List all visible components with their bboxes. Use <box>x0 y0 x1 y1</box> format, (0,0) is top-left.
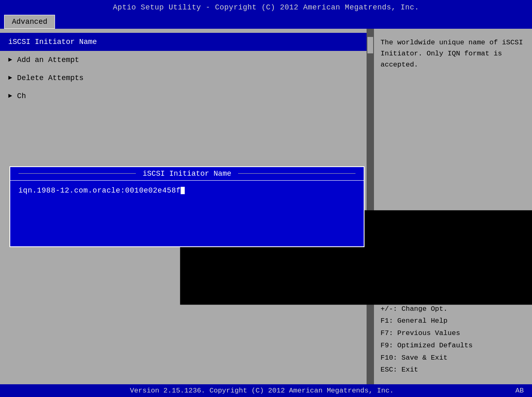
modal-title-text: iSCSI Initiator Name <box>136 170 238 178</box>
modal-title-line-left <box>18 173 136 174</box>
key-help-line-3: F7: Previous Values <box>381 327 525 340</box>
main-area: iSCSI Initiator Name ► Add an Attempt ► … <box>0 29 532 384</box>
modal-input-area[interactable]: iqn.1988-12.com.oracle:0010e02e458f <box>10 181 364 246</box>
status-bar: Version 2.15.1236. Copyright (C) 2012 Am… <box>0 384 532 397</box>
title-bar: Aptio Setup Utility - Copyright (C) 2012… <box>0 0 532 15</box>
modal-title-bar: iSCSI Initiator Name <box>10 167 364 181</box>
modal-input-value: iqn.1988-12.com.oracle:0010e02e458f <box>18 186 181 195</box>
key-help: +/-: Change Opt. F1: General Help F7: Pr… <box>381 303 525 376</box>
key-help-line-4: F9: Optimized Defaults <box>381 340 525 352</box>
key-help-line-5: F10: Save & Exit <box>381 352 525 364</box>
version-text: Version 2.15.1236. Copyright (C) 2012 Am… <box>8 387 516 395</box>
tab-row: Advanced <box>0 15 532 29</box>
modal-dialog[interactable]: iSCSI Initiator Name iqn.1988-12.com.ora… <box>9 166 365 247</box>
title-text: Aptio Setup Utility - Copyright (C) 2012… <box>113 3 419 11</box>
bios-screen: Aptio Setup Utility - Copyright (C) 2012… <box>0 0 532 397</box>
right-panel: The worldwide unique name of iSCSI Initi… <box>374 29 532 384</box>
modal-overlay: iSCSI Initiator Name iqn.1988-12.com.ora… <box>0 29 374 384</box>
indicator-text: AB <box>516 387 524 395</box>
tab-advanced[interactable]: Advanced <box>4 15 55 29</box>
modal-title-line-right <box>238 173 356 174</box>
key-help-line-2: F1: General Help <box>381 315 525 327</box>
key-help-line-6: ESC: Exit <box>381 364 525 376</box>
text-cursor <box>181 187 185 194</box>
